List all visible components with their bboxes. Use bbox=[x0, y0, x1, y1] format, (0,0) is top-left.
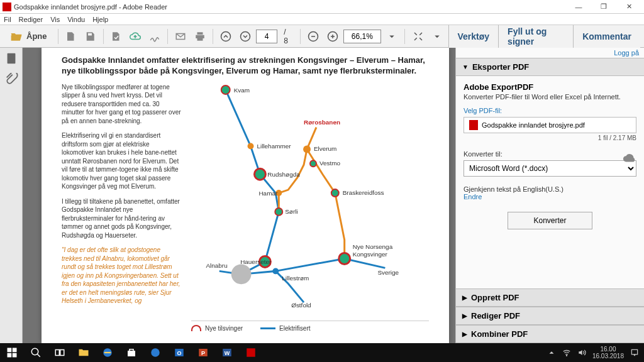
outlook-icon[interactable]: O bbox=[167, 343, 191, 362]
selected-file-box[interactable]: Godspakke innlandet brosjyre.pdf bbox=[464, 117, 636, 133]
svg-text:Elverum: Elverum bbox=[314, 145, 336, 152]
read-mode-button[interactable] bbox=[429, 28, 446, 45]
zoom-input[interactable] bbox=[343, 30, 381, 43]
export-pdf-header[interactable]: ▼ Eksporter PDF bbox=[456, 58, 644, 76]
svg-text:Lillehammer: Lillehammer bbox=[257, 143, 291, 150]
save-icon-button[interactable] bbox=[82, 28, 99, 45]
create-pdf-header[interactable]: ▶ Opprett PDF bbox=[456, 288, 644, 307]
svg-point-7 bbox=[248, 143, 254, 149]
email-icon-button[interactable] bbox=[172, 28, 189, 45]
page-down-button[interactable] bbox=[237, 28, 254, 45]
svg-point-50 bbox=[566, 355, 567, 356]
tools-panel: Logg på ▼ Eksporter PDF Adobe ExportPDF … bbox=[455, 48, 644, 343]
adobe-reader-taskbar-icon[interactable] bbox=[239, 343, 263, 362]
window-titlebar: Godspakke innlandet brosjyre.pdf - Adobe… bbox=[0, 0, 644, 14]
cloud-upload-icon-button[interactable] bbox=[127, 28, 144, 45]
chevron-down-icon: ▼ bbox=[462, 63, 469, 70]
powerpoint-icon[interactable]: P bbox=[191, 343, 215, 362]
fill-sign-panel-button[interactable]: Fyll ut og signer bbox=[498, 25, 573, 48]
map-legend: Nye tilsvinger Elektrifisert bbox=[191, 321, 429, 332]
svg-text:Sørli: Sørli bbox=[285, 208, 297, 215]
export-pdf-body: Adobe ExportPDF Konverter PDF-filer til … bbox=[456, 76, 644, 288]
zoom-dropdown-button[interactable] bbox=[384, 28, 401, 45]
sign-icon-button[interactable] bbox=[147, 28, 164, 45]
toolbar-right: Verktøy Fyll ut og signer Kommentar bbox=[448, 25, 641, 48]
edge-icon[interactable] bbox=[143, 343, 167, 362]
svg-point-6 bbox=[221, 85, 230, 94]
attachments-icon[interactable] bbox=[4, 73, 18, 87]
menu-edit[interactable]: Rediger bbox=[19, 16, 43, 23]
page-total-label: / 8 bbox=[284, 28, 292, 45]
svg-text:Kvam: Kvam bbox=[234, 87, 250, 94]
wifi-icon[interactable] bbox=[562, 348, 571, 357]
cloud-icon bbox=[623, 153, 636, 163]
clock-date: 16.03.2018 bbox=[592, 353, 624, 359]
tray-chevron-up-icon[interactable] bbox=[547, 348, 556, 357]
close-button[interactable]: ✕ bbox=[616, 3, 641, 11]
tools-panel-button[interactable]: Verktøy bbox=[448, 25, 499, 48]
create-pdf-label: Opprett PDF bbox=[471, 293, 519, 302]
login-strip: Logg på bbox=[456, 48, 644, 58]
convert-icon-button[interactable] bbox=[108, 28, 125, 45]
open-button[interactable]: Åpne bbox=[4, 28, 53, 45]
svg-point-8 bbox=[254, 168, 265, 180]
print-icon-button[interactable] bbox=[192, 28, 209, 45]
file-explorer-icon[interactable] bbox=[72, 343, 96, 362]
word-icon[interactable]: W bbox=[215, 343, 239, 362]
search-button[interactable] bbox=[24, 343, 48, 362]
ocr-change-link[interactable]: Endre bbox=[464, 193, 482, 200]
combine-pdf-label: Kombiner PDF bbox=[471, 329, 528, 339]
ie-icon[interactable] bbox=[96, 343, 119, 362]
svg-text:Hauerseter: Hauerseter bbox=[240, 258, 272, 265]
zoom-out-button[interactable] bbox=[305, 28, 322, 45]
svg-rect-39 bbox=[55, 350, 59, 356]
open-label: Åpne bbox=[26, 31, 47, 41]
svg-point-14 bbox=[339, 253, 350, 264]
chevron-right-icon: ▶ bbox=[462, 312, 467, 319]
menu-file[interactable]: Fil bbox=[4, 16, 11, 23]
convert-button[interactable]: Konverter bbox=[508, 212, 592, 229]
menu-window[interactable]: Vindu bbox=[67, 16, 85, 23]
windows-taskbar: O P W 16.00 16.03.2018 bbox=[0, 343, 644, 362]
document-view[interactable]: Godspakke Innlandet omfatter elektrifise… bbox=[23, 48, 455, 343]
task-view-button[interactable] bbox=[48, 343, 72, 362]
svg-rect-49 bbox=[247, 348, 255, 357]
navigation-pane bbox=[0, 48, 23, 343]
svg-text:Braskereidfoss: Braskereidfoss bbox=[343, 189, 384, 196]
pdf-file-icon bbox=[469, 120, 478, 130]
menu-view[interactable]: Vis bbox=[50, 16, 60, 23]
svg-point-16 bbox=[231, 264, 252, 284]
fit-page-button[interactable] bbox=[409, 28, 426, 45]
clock-time: 16.00 bbox=[592, 346, 624, 353]
clock[interactable]: 16.00 16.03.2018 bbox=[592, 346, 624, 359]
notifications-icon[interactable] bbox=[630, 348, 639, 357]
maximize-button[interactable]: ❐ bbox=[591, 3, 616, 11]
zoom-in-button[interactable] bbox=[324, 28, 341, 45]
svg-point-1 bbox=[221, 31, 231, 41]
svg-point-2 bbox=[240, 31, 250, 41]
store-icon[interactable] bbox=[119, 343, 143, 362]
svg-text:Vestmo: Vestmo bbox=[319, 160, 341, 167]
legend-new-label: Nye tilsvinger bbox=[205, 325, 243, 332]
comment-panel-button[interactable]: Kommentar bbox=[573, 25, 640, 48]
paragraph-3: I tillegg til tiltakene på banenettet, o… bbox=[62, 197, 181, 240]
thumbnails-icon[interactable] bbox=[4, 52, 18, 65]
combine-pdf-header[interactable]: ▶ Kombiner PDF bbox=[456, 325, 644, 343]
edit-pdf-header[interactable]: ▶ Rediger PDF bbox=[456, 307, 644, 325]
login-link[interactable]: Logg på bbox=[614, 49, 639, 57]
menu-bar: Fil Rediger Vis Vindu Hjelp bbox=[0, 14, 644, 25]
svg-text:Rørosbanen: Rørosbanen bbox=[304, 118, 340, 125]
page-number-input[interactable] bbox=[256, 30, 277, 43]
volume-icon[interactable] bbox=[577, 348, 586, 357]
svg-text:Sverige: Sverige bbox=[377, 269, 399, 276]
pdf-page: Godspakke Innlandet omfatter elektrifise… bbox=[42, 48, 449, 343]
format-select[interactable]: Microsoft Word (*.docx) bbox=[464, 160, 636, 177]
svg-text:P: P bbox=[201, 350, 205, 356]
menu-help[interactable]: Hjelp bbox=[92, 16, 108, 23]
folder-open-icon bbox=[10, 30, 23, 43]
minimize-button[interactable]: — bbox=[566, 3, 591, 11]
exportpdf-subtitle: Konverter PDF-filer til Word eller Excel… bbox=[464, 93, 636, 101]
page-up-button[interactable] bbox=[218, 28, 235, 45]
create-pdf-icon-button[interactable] bbox=[62, 28, 79, 45]
start-button[interactable] bbox=[0, 343, 24, 362]
